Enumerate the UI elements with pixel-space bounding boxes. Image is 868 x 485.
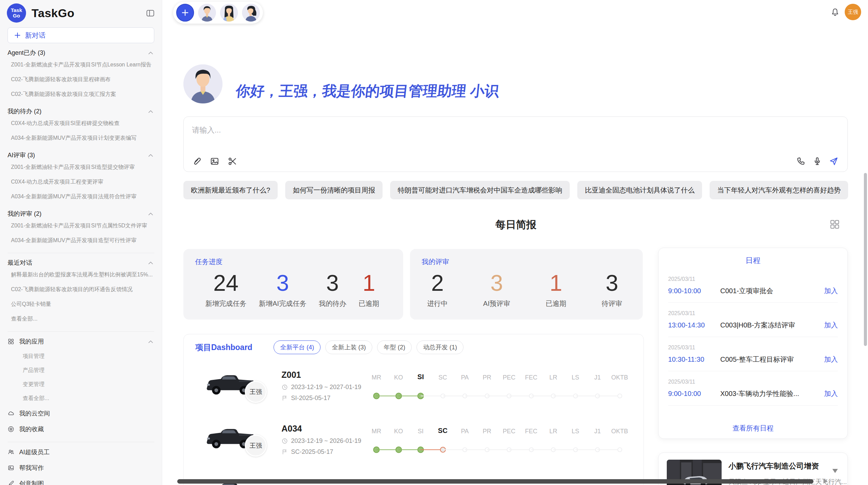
project-row[interactable]: 王强 A034 2023-12-19 ~ 2026-01-19 SC-2025-… bbox=[184, 414, 643, 468]
schedule-item[interactable]: 2025/03/11 13:00-14:30 C003|H0B-方案冻结评审 加… bbox=[668, 303, 838, 337]
filter-chip[interactable]: 年型 (2) bbox=[377, 340, 412, 354]
conversation-item[interactable]: C02-飞腾新能源轻客改款项目里程碑画布 bbox=[8, 72, 154, 87]
conversation-item[interactable]: C0X4-动力总成开发项目SI里程碑提交物检查 bbox=[8, 116, 154, 131]
sidebar: Task Go TaskGo 新对话 Agent已办 (3) Z001-全新燃油… bbox=[0, 0, 162, 485]
vertical-scrollbar-thumb[interactable] bbox=[864, 173, 867, 346]
conversation-item[interactable]: C02-飞腾新能源轻客改款项目的闭环通告反馈情况 bbox=[8, 282, 154, 297]
view-all-chats[interactable]: 查看全部... bbox=[8, 312, 154, 326]
suggestion-chip[interactable]: 如何写一份清晰的项目周报 bbox=[285, 181, 383, 199]
join-meeting-link[interactable]: 加入 bbox=[824, 355, 838, 364]
sidebar-item-cloud-space[interactable]: 我的云空间 bbox=[8, 406, 154, 421]
scissors-icon[interactable] bbox=[228, 157, 237, 166]
section-my-todo[interactable]: 我的待办 (2) bbox=[8, 107, 154, 115]
chevron-up-icon[interactable] bbox=[147, 338, 154, 345]
scroll-right-arrow[interactable] bbox=[823, 479, 828, 484]
chevron-up-icon[interactable] bbox=[147, 260, 154, 266]
sidebar-item-ai-employee[interactable]: AI超级员工 bbox=[8, 444, 154, 460]
schedule-item[interactable]: 2025/03/11 10:30-11:30 C005-整车工程目标评审 加入 bbox=[668, 337, 838, 371]
conversation-item[interactable]: A034-全新新能源MUV产品开发项目造型可行性评审 bbox=[8, 233, 154, 248]
section-my-review[interactable]: 我的评审 (2) bbox=[8, 210, 154, 218]
conversation-item[interactable]: Z001-全新燃油皮卡产品开发项目SI节点Lesson Learn报告 bbox=[8, 58, 154, 72]
join-meeting-link[interactable]: 加入 bbox=[824, 389, 838, 398]
conversation-item[interactable]: 公司Q3轻卡销量 bbox=[8, 297, 154, 312]
send-icon[interactable] bbox=[829, 157, 839, 166]
assistant-avatar[interactable] bbox=[220, 4, 238, 22]
schedule-card: 日程 2025/03/11 9:00-10:00 C001-立项审批会 加入 2… bbox=[658, 248, 848, 439]
section-title: 我的待办 (2) bbox=[8, 107, 41, 115]
stat-label: 新增AI完成任务 bbox=[259, 299, 306, 308]
section-title: 最近对话 bbox=[8, 259, 32, 267]
section-ai-review[interactable]: AI评审 (3) bbox=[8, 151, 154, 159]
stat-label: 我的待办 bbox=[319, 299, 346, 308]
clock-icon bbox=[281, 384, 288, 390]
paperclip-icon[interactable] bbox=[192, 157, 202, 166]
milestone-label: SC bbox=[438, 374, 447, 381]
join-meeting-link[interactable]: 加入 bbox=[824, 321, 838, 330]
add-assistant-button[interactable] bbox=[176, 4, 194, 22]
assistant-avatar[interactable] bbox=[242, 4, 260, 22]
app-name: TaskGo bbox=[32, 7, 74, 20]
project-code: Z001 bbox=[281, 370, 361, 380]
suggestion-chip[interactable]: 比亚迪全固态电池计划具体说了什么 bbox=[577, 181, 702, 199]
image-icon[interactable] bbox=[210, 157, 219, 166]
app-item-product-mgmt[interactable]: 产品管理 bbox=[8, 363, 154, 377]
conversation-item[interactable]: C0X4-动力总成开发项目工程变更评审 bbox=[8, 175, 154, 189]
conversation-item[interactable]: A034-全新新能源MUV产品开发项目计划变更表编写 bbox=[8, 131, 154, 146]
conversation-item[interactable]: Z001-全新燃油轻卡产品开发项目SI节点属性5D文件评审 bbox=[8, 219, 154, 233]
milestone-track: MRKOSISCPAPRPECFECLRLSJ1OKTB bbox=[365, 360, 640, 414]
stat-value: 1 bbox=[550, 271, 562, 295]
conversation-item[interactable]: A034-全新新能源MUV产品开发项目法规符合性评审 bbox=[8, 189, 154, 204]
schedule-event-title: C003|H0B-方案冻结评审 bbox=[720, 321, 824, 330]
milestone-connector bbox=[487, 396, 509, 396]
suggestion-chip[interactable]: 欧洲新规最近颁布了什么? bbox=[183, 181, 278, 199]
join-meeting-link[interactable]: 加入 bbox=[824, 286, 838, 296]
sidebar-item-creative-draw[interactable]: 创意制图 bbox=[8, 476, 154, 485]
suggestion-chip[interactable]: 特朗普可能对进口汽车增税会对中国车企造成哪些影响 bbox=[390, 181, 570, 199]
layout-grid-icon[interactable] bbox=[830, 219, 840, 231]
schedule-date: 2025/03/11 bbox=[668, 379, 838, 385]
chevron-up-icon[interactable] bbox=[147, 211, 154, 217]
app-item-change-mgmt[interactable]: 变更管理 bbox=[8, 377, 154, 391]
assistant-avatar[interactable] bbox=[198, 4, 216, 22]
phone-icon[interactable] bbox=[796, 157, 806, 166]
briefing-stats: 任务进度 24 新增完成任务 3 新增AI完成任务 3 我的待办 bbox=[183, 249, 643, 320]
conversation-item[interactable]: Z001-全新燃油轻卡产品开发项目SI造型提交物评审 bbox=[8, 160, 154, 175]
notification-bell-icon[interactable] bbox=[830, 8, 840, 18]
milestone-label: J1 bbox=[594, 374, 601, 381]
section-recent-chats[interactable]: 最近对话 bbox=[8, 259, 154, 267]
sidebar-item-my-apps[interactable]: 我的应用 bbox=[8, 334, 154, 349]
filter-chip[interactable]: 全新上装 (3) bbox=[325, 340, 372, 354]
user-avatar[interactable]: 王强 bbox=[845, 4, 861, 20]
conversation-item[interactable]: 解释最新出台的欧盟报废车法规再生塑料比例被调至15%... bbox=[8, 268, 154, 282]
schedule-item[interactable]: 2025/03/11 9:00-10:00 C001-立项审批会 加入 bbox=[668, 269, 838, 303]
horizontal-scrollbar-thumb[interactable] bbox=[177, 479, 813, 484]
view-all-apps[interactable]: 查看全部... bbox=[8, 391, 154, 406]
filter-chip[interactable]: 全新平台 (4) bbox=[274, 340, 321, 354]
sidebar-collapse-icon[interactable] bbox=[146, 9, 155, 18]
schedule-item[interactable]: 2025/03/11 9:00-10:00 X003-车辆动力学性能验... 加… bbox=[668, 371, 838, 406]
scroll-down-arrow[interactable] bbox=[832, 469, 838, 473]
stat: 2 进行中 bbox=[427, 271, 448, 308]
project-row[interactable]: 王强 Z001 2023-12-19 ~ 2027-01-19 SI-2025-… bbox=[184, 360, 643, 414]
filter-chip[interactable]: 动总开发 (1) bbox=[417, 340, 463, 354]
app-item-project-mgmt[interactable]: 项目管理 bbox=[8, 349, 154, 363]
chevron-up-icon[interactable] bbox=[147, 108, 154, 115]
view-all-schedule-link[interactable]: 查看所有日程 bbox=[668, 420, 838, 438]
section-agent-done[interactable]: Agent已办 (3) bbox=[8, 49, 154, 57]
milestone-label: SC bbox=[438, 427, 448, 435]
sidebar-item-help-write[interactable]: 帮我写作 bbox=[8, 460, 154, 476]
conversation-item[interactable]: C02-飞腾新能源轻客改款项目立项汇报方案 bbox=[8, 87, 154, 102]
milestone-label: PA bbox=[461, 374, 469, 381]
milestone-connector bbox=[509, 396, 531, 396]
schedule-title: 日程 bbox=[668, 248, 838, 269]
greeting-text: 你好，王强，我是你的项目管理助理 小识 bbox=[235, 82, 500, 101]
chevron-up-icon[interactable] bbox=[147, 152, 154, 159]
new-chat-button[interactable]: 新对话 bbox=[8, 27, 154, 43]
milestone-dot bbox=[617, 447, 622, 452]
chevron-up-icon[interactable] bbox=[147, 50, 154, 56]
suggestion-chip[interactable]: 当下年轻人对汽车外观有怎样的喜好趋势 bbox=[710, 181, 848, 199]
sidebar-item-favorites[interactable]: 我的收藏 bbox=[8, 421, 154, 437]
chat-input[interactable] bbox=[192, 126, 672, 135]
microphone-icon[interactable] bbox=[812, 157, 822, 166]
milestone-connector bbox=[443, 396, 465, 396]
